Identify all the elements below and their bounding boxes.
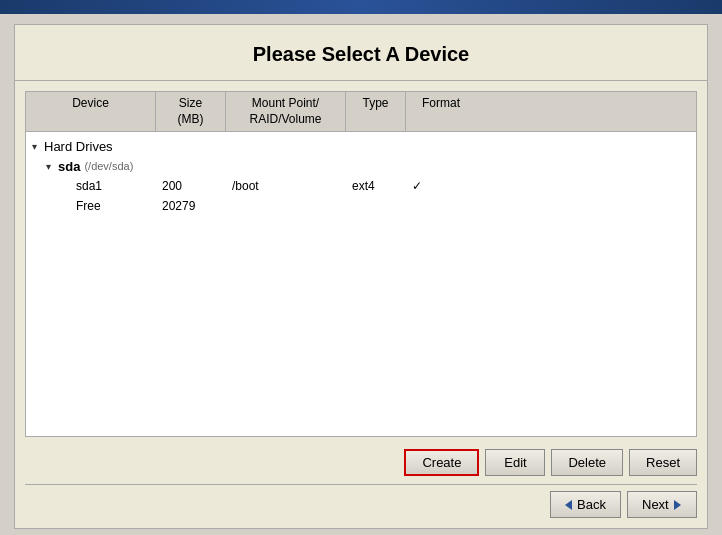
col-device: Device xyxy=(26,92,156,131)
sda1-size: 200 xyxy=(156,177,226,195)
sda-path: (/dev/sda) xyxy=(84,160,133,172)
next-label: Next xyxy=(642,497,669,512)
action-buttons: Create Edit Delete Reset xyxy=(15,441,707,484)
top-bar xyxy=(0,0,722,14)
table-header: Device Size(MB) Mount Point/RAID/Volume … xyxy=(26,92,696,132)
hard-drives-row: ▾ Hard Drives xyxy=(26,136,696,156)
table-row: Free 20279 xyxy=(26,196,696,216)
table-row: sda1 200 /boot ext4 ✓ xyxy=(26,176,696,196)
sda1-format: ✓ xyxy=(406,177,476,195)
sda-label: sda xyxy=(58,159,80,174)
sda-row: ▾ sda (/dev/sda) xyxy=(26,156,696,176)
back-arrow-icon xyxy=(565,500,572,510)
next-button[interactable]: Next xyxy=(627,491,697,518)
chevron-down-icon-sda: ▾ xyxy=(46,161,58,172)
create-button[interactable]: Create xyxy=(404,449,479,476)
free-label: Free xyxy=(26,197,156,215)
free-format xyxy=(406,204,476,208)
sda1-name: sda1 xyxy=(26,177,156,195)
device-table: Device Size(MB) Mount Point/RAID/Volume … xyxy=(25,91,697,437)
title-section: Please Select A Device xyxy=(15,25,707,81)
col-type: Type xyxy=(346,92,406,131)
free-mount xyxy=(226,204,346,208)
page-title: Please Select A Device xyxy=(25,43,697,66)
table-body: ▾ Hard Drives ▾ sda (/dev/sda) sda1 200 … xyxy=(26,132,696,220)
sda1-type: ext4 xyxy=(346,177,406,195)
col-mount: Mount Point/RAID/Volume xyxy=(226,92,346,131)
back-label: Back xyxy=(577,497,606,512)
back-button[interactable]: Back xyxy=(550,491,621,518)
edit-button[interactable]: Edit xyxy=(485,449,545,476)
free-size: 20279 xyxy=(156,197,226,215)
chevron-down-icon: ▾ xyxy=(32,141,44,152)
sda1-mount: /boot xyxy=(226,177,346,195)
hard-drives-label: Hard Drives xyxy=(44,139,113,154)
reset-button[interactable]: Reset xyxy=(629,449,697,476)
col-format: Format xyxy=(406,92,476,131)
main-window: Please Select A Device Device Size(MB) M… xyxy=(14,24,708,529)
delete-button[interactable]: Delete xyxy=(551,449,623,476)
free-type xyxy=(346,204,406,208)
next-arrow-icon xyxy=(674,500,681,510)
col-size: Size(MB) xyxy=(156,92,226,131)
nav-buttons: Back Next xyxy=(15,485,707,528)
